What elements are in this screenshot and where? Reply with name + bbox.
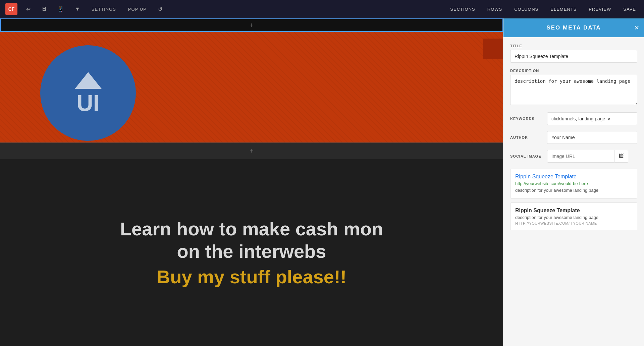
keywords-input[interactable] <box>547 112 637 125</box>
logo-triangle-icon <box>75 72 102 89</box>
add-section-top-button[interactable]: + <box>250 21 254 29</box>
seo-meta-panel: SEO META DATA ✕ TITLE DESCRIPTION descri… <box>503 18 644 346</box>
preview-social-title: RippIn Squeeze Template <box>515 208 632 214</box>
author-input[interactable] <box>547 131 637 144</box>
logo-ui-text: UI <box>77 92 100 114</box>
title-input[interactable] <box>510 50 637 63</box>
preview-social-footer: HTTP://YOURWEBSITE.COM/ | YOUR NAME <box>515 221 632 225</box>
rows-button[interactable]: ROWS <box>485 5 505 13</box>
canvas-subheading: Buy my stuff please!! <box>157 266 346 288</box>
canvas-add-row: + <box>0 142 503 159</box>
title-group: TITLE <box>510 44 637 63</box>
heading-line1: Learn how to make cash mon <box>120 218 383 239</box>
panel-body: TITLE DESCRIPTION description for your a… <box>503 37 644 346</box>
canvas-area: + UI + Learn how to make cash mon on the… <box>0 18 503 346</box>
save-button[interactable]: SAVE <box>621 5 639 13</box>
social-image-group: SOCIAL IMAGE 🖼 <box>510 150 637 163</box>
toolbar: CF ↩ 🖥 📱 ▼ SETTINGS POP UP ↺ SECTIONS RO… <box>0 0 644 18</box>
preview-button[interactable]: PREVIEW <box>586 5 614 13</box>
tablet-view-button[interactable]: 📱 <box>55 5 66 14</box>
preview-google-url: http://yourwebsite.com/would-be-here <box>515 181 632 186</box>
panel-close-button[interactable]: ✕ <box>634 24 639 32</box>
desktop-view-button[interactable]: 🖥 <box>39 5 49 13</box>
heading-line2: on the interwebs <box>177 241 326 262</box>
seo-preview-social: RippIn Squeeze Template description for … <box>510 203 637 230</box>
logo-circle: UI <box>40 45 136 141</box>
social-image-browse-button[interactable]: 🖼 <box>614 150 628 163</box>
panel-header: SEO META DATA ✕ <box>503 18 644 37</box>
description-group: DESCRIPTION description for your awesome… <box>510 69 637 106</box>
reset-button[interactable]: ↺ <box>156 5 164 14</box>
dropdown-button[interactable]: ▼ <box>73 5 82 13</box>
preview-google-description: description for your awesome landing pag… <box>515 187 632 193</box>
sections-button[interactable]: SECTIONS <box>447 5 478 13</box>
preview-google-title[interactable]: RippIn Squeeze Template <box>515 174 632 180</box>
canvas-main-heading: Learn how to make cash mon on the interw… <box>120 218 383 263</box>
social-image-url-input[interactable] <box>547 150 614 163</box>
social-image-input-group: 🖼 <box>547 150 628 163</box>
columns-button[interactable]: COLUMNS <box>512 5 541 13</box>
social-image-label: SOCIAL IMAGE <box>510 154 544 158</box>
canvas-top-bar: + <box>0 18 503 32</box>
undo-button[interactable]: ↩ <box>24 5 33 14</box>
description-textarea[interactable]: description for your awesome landing pag… <box>510 75 637 105</box>
main-content: + UI + Learn how to make cash mon on the… <box>0 18 644 346</box>
add-row-button[interactable]: + <box>250 147 254 155</box>
author-label: AUTHOR <box>510 135 544 139</box>
seo-preview-google: RippIn Squeeze Template http://yourwebsi… <box>510 169 637 198</box>
settings-button[interactable]: SETTINGS <box>89 5 119 13</box>
keywords-label: KEYWORDS <box>510 117 544 121</box>
elements-button[interactable]: ELEMENTS <box>548 5 579 13</box>
canvas-orange-section: UI <box>0 32 503 142</box>
author-group: AUTHOR <box>510 131 637 144</box>
title-label: TITLE <box>510 44 637 48</box>
canvas-dark-section: Learn how to make cash mon on the interw… <box>0 159 503 346</box>
popup-button[interactable]: POP UP <box>125 5 149 13</box>
panel-title: SEO META DATA <box>546 24 601 31</box>
preview-social-description: description for your awesome landing pag… <box>515 215 632 220</box>
canvas-red-box <box>483 39 503 59</box>
description-label: DESCRIPTION <box>510 69 637 73</box>
app-logo: CF <box>5 3 17 15</box>
keywords-group: KEYWORDS <box>510 112 637 125</box>
